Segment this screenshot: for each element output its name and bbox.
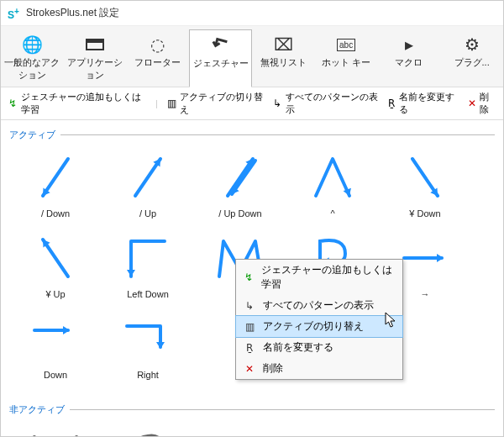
context-menu-label: 名前を変更する: [263, 340, 333, 355]
tool-label: 名前を変更する: [399, 91, 458, 116]
circle-dashed-icon: ◌: [128, 33, 187, 56]
context-menu-item[interactable]: ↳すべてのパターンの表示: [236, 295, 402, 316]
context-menu-item[interactable]: ↯ジェスチャーの追加もしくは学習: [236, 260, 402, 295]
context-menu[interactable]: ↯ジェスチャーの追加もしくは学習↳すべてのパターンの表示▥アクティブの切り替えṞ…: [235, 259, 403, 380]
play-cursor-icon: ▸: [380, 33, 439, 56]
context-menu-label: アクティブの切り替え: [263, 319, 364, 334]
ribbon-label: 一般的なアクション: [3, 56, 62, 82]
gesture-item[interactable]: Down: [9, 306, 102, 387]
gesture-stroke: [9, 229, 102, 287]
gesture-stroke: [9, 148, 102, 207]
gesture-item[interactable]: ¥ Down: [379, 145, 471, 225]
tool-delete[interactable]: ✕ 削除: [466, 91, 496, 116]
gesture-item[interactable]: W: [9, 419, 102, 437]
gesture-stroke: [286, 148, 379, 207]
gesture-stroke: [102, 309, 194, 368]
inactive-header: 非アクティブ: [9, 403, 495, 416]
ribbon-tabs: 🌐一般的なアクションアプリケーション◌フロータージェスチャー⌧無視リストabcホ…: [1, 26, 503, 87]
section-label: 非アクティブ: [9, 403, 65, 416]
gesture-item[interactable]: x: [102, 419, 194, 437]
gear-icon: ⚙: [442, 33, 501, 56]
window-title: StrokesPlus.net 設定: [26, 6, 119, 20]
toggle-icon: ▥: [166, 97, 177, 109]
gesture-name: Down: [9, 370, 102, 380]
ribbon-label: フローター: [128, 56, 187, 69]
plus-arrow-icon: ↯: [243, 271, 255, 284]
gesture-item[interactable]: / Up: [102, 145, 194, 225]
delete-icon: ✕: [466, 97, 477, 109]
ribbon-label: マクロ: [380, 56, 439, 69]
undo-arrow-icon: [192, 34, 249, 57]
gesture-name: ¥ Up: [9, 289, 102, 299]
gesture-item[interactable]: ¥ Up: [9, 225, 102, 306]
ribbon-tab[interactable]: 🌐一般的なアクション: [1, 29, 64, 87]
delete-icon: ✕: [243, 362, 256, 376]
active-header: アクティブ: [9, 129, 495, 141]
context-menu-item[interactable]: ▥アクティブの切り替え: [235, 315, 403, 338]
divider: [60, 134, 495, 135]
gesture-item[interactable]: / Down: [9, 145, 102, 225]
ribbon-tab[interactable]: abcホット キー: [315, 29, 378, 87]
gesture-item[interactable]: / Up Down: [194, 145, 286, 225]
gesture-stroke: [9, 309, 102, 368]
tool-rename[interactable]: Ṟ 名前を変更する: [386, 91, 459, 116]
window-icon: [66, 33, 125, 56]
gesture-stroke: [102, 423, 194, 437]
ribbon-label: プラグ...: [442, 56, 501, 69]
ribbon-label: ホット キー: [317, 56, 376, 69]
x-box-icon: ⌧: [254, 33, 313, 56]
gesture-name: ^: [286, 208, 379, 218]
divider: [70, 409, 495, 410]
titlebar: S+ StrokesPlus.net 設定: [1, 1, 503, 26]
goto-icon: ↳: [243, 299, 256, 313]
tool-label: 削除: [480, 91, 496, 116]
rename-icon: Ṟ: [386, 97, 397, 109]
ribbon-tab[interactable]: ▸マクロ: [378, 29, 441, 87]
gesture-stroke: [102, 148, 194, 207]
gesture-name: / Up Down: [194, 208, 286, 218]
separator: |: [155, 98, 158, 108]
context-menu-item[interactable]: Ṟ名前を変更する: [236, 337, 402, 358]
tool-label: すべてのパターンの表示: [286, 91, 378, 116]
gesture-item[interactable]: ^: [286, 145, 379, 225]
rename-icon: Ṟ: [243, 341, 256, 355]
ribbon-tab[interactable]: ジェスチャー: [189, 29, 252, 87]
inactive-section: 非アクティブ Wx: [1, 395, 503, 437]
context-menu-label: すべてのパターンの表示: [263, 298, 374, 313]
ribbon-tab[interactable]: アプリケーション: [64, 29, 127, 87]
inactive-gesture-grid: Wx: [9, 419, 495, 437]
section-label: アクティブ: [9, 129, 55, 141]
ribbon-label: アプリケーション: [66, 56, 125, 82]
plus-arrow-icon: ↯: [8, 97, 18, 109]
tool-show-all[interactable]: ↳ すべてのパターンの表示: [272, 91, 378, 116]
gesture-stroke: [102, 229, 194, 287]
ribbon-label: ジェスチャー: [192, 57, 249, 70]
tool-label: ジェスチャーの追加もしくは学習: [21, 91, 147, 116]
gesture-name: / Down: [9, 208, 102, 218]
gesture-name: Right: [102, 370, 194, 380]
ribbon-tab[interactable]: ◌フローター: [126, 29, 189, 87]
context-menu-label: 削除: [263, 361, 283, 376]
gesture-item[interactable]: Right: [102, 306, 194, 387]
toggle-icon: ▥: [243, 320, 256, 334]
tool-toggle-active[interactable]: ▥ アクティブの切り替え: [166, 91, 264, 116]
app-icon: S+: [8, 7, 21, 20]
context-menu-item[interactable]: ✕削除: [236, 358, 402, 379]
gesture-stroke: [194, 148, 286, 207]
context-menu-label: ジェスチャーの追加もしくは学習: [261, 263, 396, 292]
tool-add-learn[interactable]: ↯ ジェスチャーの追加もしくは学習: [8, 91, 147, 116]
gesture-name: Left Down: [102, 289, 194, 299]
abc-box-icon: abc: [317, 33, 376, 56]
gesture-name: / Up: [102, 208, 194, 218]
gesture-item[interactable]: Left Down: [102, 225, 194, 306]
gesture-stroke: [9, 423, 102, 437]
ribbon-tab[interactable]: ⚙プラグ...: [440, 29, 503, 87]
ribbon-tab[interactable]: ⌧無視リスト: [252, 29, 315, 87]
goto-icon: ↳: [272, 97, 283, 109]
ribbon-label: 無視リスト: [254, 56, 313, 69]
secondary-toolbar: ↯ ジェスチャーの追加もしくは学習 | ▥ アクティブの切り替え ↳ すべてのパ…: [1, 87, 503, 120]
tool-label: アクティブの切り替え: [180, 91, 264, 116]
gesture-stroke: [379, 148, 471, 207]
globe-icon: 🌐: [3, 33, 62, 56]
gesture-name: ¥ Down: [379, 208, 471, 218]
